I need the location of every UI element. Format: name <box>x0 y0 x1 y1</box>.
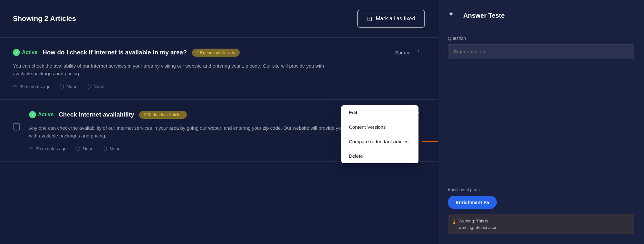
tag2-icon-2: ⬡ <box>102 145 107 152</box>
panel-title: Answer Teste <box>463 12 505 19</box>
tag2-icon-1: ⬡ <box>86 83 91 89</box>
meta-time-label-2: 39 minutes ago <box>36 146 67 151</box>
article-description-1: You can check the availability of our In… <box>13 62 335 78</box>
meta-time-1: ✏ 39 minutes ago <box>13 83 51 89</box>
status-check-icon: ✓ <box>13 49 20 56</box>
meta-tag1-label-2: None <box>83 146 93 151</box>
meta-time-2: ✏ 39 minutes ago <box>29 145 67 152</box>
arrow-line <box>422 141 438 142</box>
mark-all-icon: ⊡ <box>367 15 372 23</box>
mark-all-button[interactable]: ⊡ Mark all as fixed <box>357 10 425 28</box>
question-label: Question <box>448 36 634 41</box>
context-menu-content-versions[interactable]: Content Versions <box>341 120 418 134</box>
article-top-row: ✓ Active How do I check if Internet is a… <box>13 47 425 58</box>
enrichment-label: Enrichment prom <box>448 187 634 192</box>
meta-tag1-1: ⬡ None <box>60 83 77 89</box>
tag-icon-1: ⬡ <box>60 83 64 89</box>
context-menu-compare[interactable]: Compare redundant articles <box>341 134 418 149</box>
tag-icon-2: ⬡ <box>76 145 80 152</box>
context-menu: Edit Content Versions Compare redundant … <box>341 105 418 163</box>
mark-all-label: Mark all as fixed <box>376 15 415 22</box>
question-input[interactable] <box>448 44 634 59</box>
meta-tag2-label-1: None <box>93 84 104 89</box>
context-menu-delete[interactable]: Delete <box>341 149 418 163</box>
enrichment-section: Enrichment prom Enrichment Fa ℹ Warning:… <box>448 187 634 234</box>
warning-icon: ℹ <box>453 218 455 225</box>
warning-text: Warning: This is warning. Select a cu <box>458 218 496 230</box>
status-label-1: Active <box>22 50 37 55</box>
article-actions-1: Source ⋮ <box>395 47 425 58</box>
meta-time-label-1: 39 minutes ago <box>20 84 51 89</box>
status-check-icon-2: ✓ <box>29 111 36 118</box>
right-panel-header: ✦ Answer Teste <box>448 10 634 28</box>
header-bar: Showing 2 Articles ⊡ Mark all as fixed <box>0 0 438 38</box>
compare-arrow <box>422 141 438 142</box>
checkbox-area-2[interactable] <box>13 123 20 138</box>
right-panel: ✦ Answer Teste Question Enrichment prom … <box>438 0 644 244</box>
meta-tag2-label-2: None <box>110 146 120 151</box>
pencil-icon-1: ✏ <box>13 83 17 89</box>
puzzle-icon: ✦ <box>448 10 459 21</box>
main-panel: Showing 2 Articles ⊡ Mark all as fixed ✓… <box>0 0 438 244</box>
more-options-button-1[interactable]: ⋮ <box>413 47 425 58</box>
question-section: Question <box>448 36 634 67</box>
source-label-1: Source <box>395 50 410 55</box>
articles-list: ✓ Active How do I check if Internet is a… <box>0 38 438 244</box>
status-label-2: Active <box>38 112 53 117</box>
enrichment-button[interactable]: Enrichment Fa <box>448 196 497 209</box>
article-description-2: Any one can check the availability of ou… <box>29 124 351 140</box>
redundant-badge-2: 2 Redundant Articles <box>139 111 187 119</box>
article-title-1: How do I check if Internet is available … <box>43 49 187 56</box>
article-title-2: Check Internet availability <box>59 111 134 118</box>
meta-tag1-2: ⬡ None <box>76 145 93 152</box>
meta-tag1-label-1: None <box>67 84 77 89</box>
status-badge-1: ✓ Active <box>13 49 37 56</box>
warning-box: ℹ Warning: This is warning. Select a cu <box>448 214 634 234</box>
meta-tag2-2: ⬡ None <box>102 145 120 152</box>
article-checkbox-2[interactable] <box>13 123 20 130</box>
meta-tag2-1: ⬡ None <box>86 83 104 89</box>
article-meta-1: ✏ 39 minutes ago ⬡ None ⬡ None <box>13 83 425 89</box>
article-item: ✓ Active How do I check if Internet is a… <box>0 38 438 99</box>
redundant-badge-1: 2 Redundant Articles <box>192 49 240 57</box>
status-badge-2: ✓ Active <box>29 111 53 118</box>
showing-title: Showing 2 Articles <box>13 14 76 23</box>
context-menu-edit[interactable]: Edit <box>341 105 418 120</box>
pencil-icon-2: ✏ <box>29 145 33 152</box>
